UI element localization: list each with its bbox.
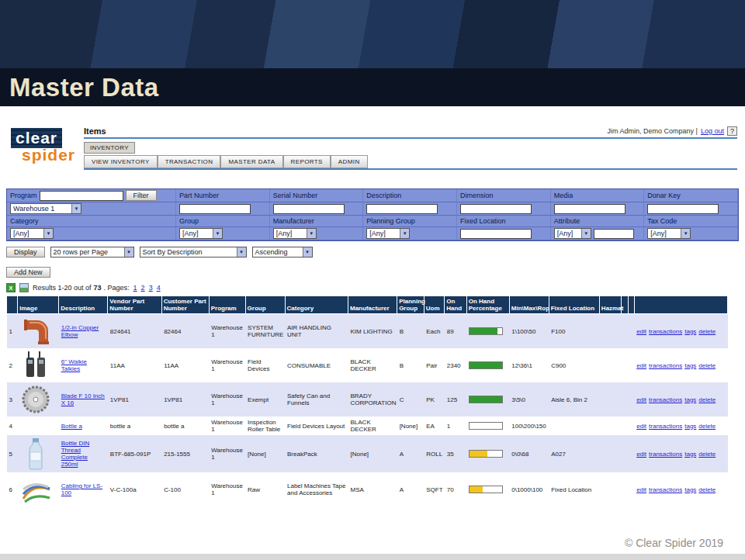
transactions-link[interactable]: transactions: [649, 423, 682, 430]
edit-link[interactable]: edit: [636, 486, 646, 493]
fixed-location-label: Fixed Location: [460, 217, 506, 225]
cell-actions: edittransactionstagsdelete: [634, 348, 727, 382]
tags-link[interactable]: tags: [684, 423, 696, 430]
cell-hazmat: [599, 314, 622, 349]
delete-link[interactable]: delete: [698, 486, 716, 493]
transactions-link[interactable]: transactions: [649, 362, 682, 369]
cell-hazmat: [599, 472, 622, 506]
edit-link[interactable]: edit: [636, 451, 646, 458]
menu-view-inventory[interactable]: VIEW INVENTORY: [84, 155, 158, 168]
dimension-input[interactable]: [460, 204, 532, 214]
col-header-uom: Uom: [424, 296, 444, 314]
cell-description: Blade F 10 Inch X 16: [59, 382, 108, 417]
logo-text-spider: spider: [22, 146, 82, 164]
item-link[interactable]: Bottle a: [61, 423, 82, 430]
transactions-link[interactable]: transactions: [649, 396, 682, 403]
cell-customer-part: 82464: [161, 314, 209, 349]
attribute-select[interactable]: [Any]▼: [554, 228, 591, 239]
page-link-1[interactable]: 1: [133, 284, 137, 292]
sort-by-select[interactable]: Sort By Description▼: [140, 247, 247, 258]
add-new-button[interactable]: Add New: [6, 267, 50, 278]
sort-order-select[interactable]: Ascending▼: [252, 247, 313, 258]
tags-link[interactable]: tags: [684, 451, 696, 458]
manufacturer-select[interactable]: [Any]▼: [273, 228, 317, 239]
planning-group-select[interactable]: [Any]▼: [366, 228, 410, 239]
tags-link[interactable]: tags: [684, 396, 696, 403]
delete-link[interactable]: delete: [698, 362, 716, 369]
title-bar: Master Data: [0, 68, 745, 106]
cell-program: Warehouse 1: [209, 348, 245, 382]
logout-link[interactable]: Log out: [701, 127, 724, 135]
serial-number-input[interactable]: [273, 204, 345, 214]
transactions-link[interactable]: transactions: [649, 328, 682, 335]
item-link[interactable]: Cabling for LS-100: [61, 482, 102, 496]
delete-link[interactable]: delete: [698, 396, 716, 403]
photo-export-icon[interactable]: [19, 283, 29, 292]
help-icon[interactable]: ?: [727, 126, 737, 136]
tags-link[interactable]: tags: [684, 328, 696, 335]
saw-blade-image: [20, 384, 51, 415]
cell-hazmat: [599, 382, 622, 417]
table-row: 6 Cabling for LS-100 V-C-100a C-100 Ware…: [7, 472, 728, 506]
donar-key-input[interactable]: [647, 204, 719, 214]
on-hand-bar: [469, 361, 503, 369]
cell-uom: ROLL: [424, 435, 444, 472]
menu-transaction[interactable]: TRANSACTION: [158, 155, 221, 168]
page-link-3[interactable]: 3: [149, 284, 153, 292]
cell-on-hand-percentage: [466, 435, 509, 472]
delete-link[interactable]: delete: [698, 328, 716, 335]
item-link[interactable]: 6" Walkie Talkies: [61, 358, 87, 372]
menu-reports[interactable]: REPORTS: [283, 155, 331, 168]
item-link[interactable]: Blade F 10 Inch X 16: [61, 392, 105, 406]
delete-link[interactable]: delete: [698, 451, 716, 458]
media-input[interactable]: [554, 204, 625, 214]
attribute-input[interactable]: [594, 229, 634, 239]
category-label: Category: [10, 217, 39, 225]
cell-hazmat: [599, 348, 622, 382]
cell-actions: edittransactionstagsdelete: [634, 472, 727, 506]
rows-per-page-select[interactable]: 20 rows per Page▼: [50, 247, 134, 258]
description-label: Description: [366, 192, 401, 199]
filter-button[interactable]: Filter: [126, 190, 157, 201]
item-link[interactable]: 1/2-in Copper Elbow: [61, 324, 99, 338]
edit-link[interactable]: edit: [636, 328, 646, 335]
items-table: Image Description Vendor Part Number Cus…: [6, 296, 728, 506]
display-button[interactable]: Display: [6, 247, 45, 258]
cell-planning-group: C: [397, 382, 424, 417]
page-link-2[interactable]: 2: [141, 284, 145, 292]
donar-key-label: Donar Key: [647, 192, 681, 199]
group-select[interactable]: [Any]▼: [179, 228, 223, 239]
cell-description: 6" Walkie Talkies: [59, 348, 108, 382]
menu-admin[interactable]: ADMIN: [331, 155, 368, 168]
manufacturer-label: Manufacturer: [273, 217, 314, 225]
item-link[interactable]: Bottle DIN Thread Complete 250ml: [61, 440, 89, 468]
category-select[interactable]: [Any]▼: [10, 228, 54, 239]
col-header-program: Program: [209, 296, 245, 314]
page-link-4[interactable]: 4: [157, 284, 161, 292]
edit-link[interactable]: edit: [636, 423, 646, 430]
description-input[interactable]: [366, 204, 438, 214]
transactions-link[interactable]: transactions: [649, 451, 682, 458]
tax-code-select[interactable]: [Any]▼: [647, 228, 691, 239]
cell-on-hand: 89: [445, 314, 467, 349]
tags-link[interactable]: tags: [684, 362, 696, 369]
cell-on-hand: 70: [445, 472, 467, 506]
program-input[interactable]: [40, 191, 123, 201]
delete-link[interactable]: delete: [698, 423, 716, 430]
edit-link[interactable]: edit: [636, 396, 646, 403]
tab-inventory[interactable]: INVENTORY: [84, 142, 135, 154]
cell-on-hand-percentage: [466, 382, 509, 417]
cell-vendor-part: bottle a: [108, 417, 161, 435]
main-menu: VIEW INVENTORY TRANSACTION MASTER DATA R…: [84, 155, 737, 170]
excel-export-icon[interactable]: X: [6, 283, 16, 292]
part-number-input[interactable]: [179, 204, 251, 214]
fixed-location-input[interactable]: [460, 229, 532, 239]
tags-link[interactable]: tags: [684, 486, 696, 493]
menu-master-data[interactable]: MASTER DATA: [220, 155, 282, 168]
cell-min-max-rop: 1\100\50: [509, 314, 549, 349]
warehouse-select[interactable]: Warehouse 1▼: [10, 203, 81, 214]
col-header-on-hand: On Hand: [445, 296, 467, 314]
col-header-image: Image: [18, 296, 59, 314]
edit-link[interactable]: edit: [636, 362, 646, 369]
transactions-link[interactable]: transactions: [649, 486, 682, 493]
